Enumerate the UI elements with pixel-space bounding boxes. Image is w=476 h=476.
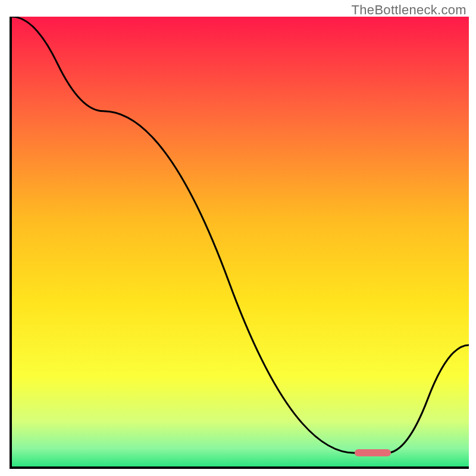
watermark-label: TheBottleneck.com (352, 2, 466, 18)
curve-layer (12, 17, 469, 466)
optimal-marker (355, 449, 391, 456)
chart-frame: TheBottleneck.com (0, 0, 476, 476)
plot-area (10, 17, 469, 469)
bottleneck-curve (12, 17, 469, 453)
